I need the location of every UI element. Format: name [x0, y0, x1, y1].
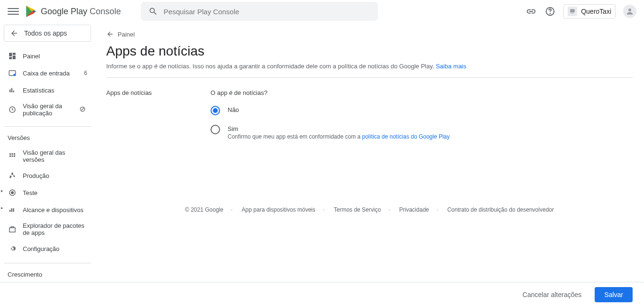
- radio-sublabel: Confirmo que meu app está em conformidad…: [228, 133, 450, 140]
- inbox-count: 6: [84, 70, 87, 76]
- sidebar-item-label: Configuração: [23, 245, 87, 252]
- form-section: Apps de notícias O app é de notícias? Nã…: [106, 89, 633, 149]
- breadcrumb[interactable]: Painel: [106, 30, 633, 38]
- logo[interactable]: Google Play Console: [25, 5, 121, 18]
- disabled-icon: [79, 105, 87, 114]
- sidebar-item-label: Visão geral das versões: [23, 149, 87, 163]
- arrow-left-icon: [106, 30, 114, 38]
- footer-item[interactable]: Privacidade: [399, 206, 438, 213]
- svg-rect-12: [9, 228, 15, 232]
- sidebar-item-production[interactable]: Produção: [4, 167, 91, 184]
- arrow-left-icon: [10, 29, 18, 37]
- radio-label: Sim: [228, 125, 450, 132]
- radio-label: Não: [228, 106, 239, 113]
- devices-icon: [8, 205, 17, 214]
- sidebar-item-label: Painel: [23, 53, 87, 60]
- save-button[interactable]: Salvar: [595, 287, 633, 302]
- dashboard-icon: [8, 51, 17, 61]
- sidebar-item-label: Alcance e dispositivos: [23, 206, 87, 214]
- radio-option-no[interactable]: Não: [211, 106, 633, 115]
- help-icon[interactable]: [544, 6, 556, 17]
- footer-item[interactable]: Contrato de distribuição do desenvolvedo…: [447, 206, 554, 213]
- sidebar-item-painel[interactable]: Painel: [4, 47, 91, 65]
- footer-item[interactable]: App para dispositivos móveis: [242, 206, 325, 213]
- sidebar-item-label: Caixa de entrada: [23, 70, 78, 77]
- all-apps-label: Todos os apps: [24, 29, 67, 37]
- radio-icon: [211, 106, 220, 115]
- stats-icon: [8, 85, 17, 95]
- logo-text: Google Play Console: [41, 7, 121, 17]
- inbox-icon: [8, 68, 17, 78]
- sidebar-item-reach[interactable]: Alcance e dispositivos: [4, 201, 91, 218]
- header-actions: QueroTaxi: [525, 4, 636, 19]
- sidebar-item-test[interactable]: Teste: [4, 184, 91, 201]
- svg-point-8: [13, 74, 16, 76]
- form-section-label: Apps de notícias: [106, 89, 211, 149]
- section-title: Versões: [4, 132, 91, 145]
- form-question: O app é de notícias?: [211, 89, 633, 96]
- sidebar-section-versoes: Versões Visão geral das versões Produção…: [4, 126, 91, 257]
- radio-icon: [211, 125, 220, 134]
- grid-icon: [8, 151, 17, 161]
- user-avatar[interactable]: [623, 5, 636, 18]
- cancel-button[interactable]: Cancelar alterações: [517, 287, 588, 302]
- app-icon: [568, 7, 577, 16]
- radio-option-yes[interactable]: Sim Confirmo que meu app está em conform…: [211, 125, 633, 140]
- search-box[interactable]: [141, 2, 378, 21]
- sidebar-item-label: Teste: [23, 189, 87, 196]
- footer-item: © 2021 Google: [185, 206, 232, 213]
- app-header: Google Play Console QueroTaxi: [0, 0, 644, 23]
- menu-icon[interactable]: [8, 6, 19, 17]
- svg-point-5: [550, 13, 551, 14]
- sidebar-item-bundle-explorer[interactable]: Explorador de pacotes de apps: [4, 218, 91, 240]
- link-icon[interactable]: [525, 6, 537, 17]
- sidebar-item-inbox[interactable]: Caixa de entrada 6: [4, 65, 91, 82]
- sidebar-item-stats[interactable]: Estatísticas: [4, 82, 91, 99]
- breadcrumb-label: Painel: [118, 31, 135, 38]
- sidebar-item-label: Visão geral da publicação: [23, 102, 73, 117]
- gear-icon: [8, 244, 17, 253]
- play-console-logo-icon: [25, 5, 38, 18]
- section-title: Crescimento: [4, 269, 91, 282]
- publishing-icon: [8, 105, 17, 114]
- sidebar-item-label: Explorador de pacotes de apps: [23, 222, 87, 236]
- sidebar-item-label: Estatísticas: [23, 87, 87, 94]
- search-input[interactable]: [164, 8, 370, 16]
- account-name: QueroTaxi: [581, 8, 611, 15]
- account-switcher[interactable]: QueroTaxi: [563, 4, 616, 19]
- test-icon: [8, 188, 17, 197]
- svg-point-11: [11, 192, 14, 194]
- sidebar-item-versions-overview[interactable]: Visão geral das versões: [4, 145, 91, 167]
- page-title: Apps de notícias: [106, 44, 633, 59]
- main-content: Painel Apps de notícias Informe se o app…: [95, 23, 644, 307]
- package-icon: [8, 224, 17, 234]
- sidebar: Todos os apps Painel Caixa de entrada 6 …: [0, 23, 95, 307]
- rocket-icon: [8, 171, 17, 180]
- sidebar-item-config[interactable]: Configuração: [4, 240, 91, 257]
- page-description: Informe se o app é de notícias. Isso nos…: [106, 63, 633, 78]
- sidebar-item-publishing[interactable]: Visão geral da publicação: [4, 99, 91, 121]
- action-bar: Cancelar alterações Salvar: [0, 282, 644, 307]
- svg-point-6: [628, 9, 631, 11]
- footer: © 2021 Google App para dispositivos móve…: [106, 206, 633, 213]
- all-apps-button[interactable]: Todos os apps: [4, 25, 91, 42]
- policy-link[interactable]: política de notícias do Google Play: [362, 133, 450, 140]
- footer-item[interactable]: Termos de Serviço: [334, 206, 390, 213]
- learn-more-link[interactable]: Saiba mais: [436, 63, 466, 70]
- sidebar-item-label: Produção: [23, 172, 87, 179]
- search-icon: [148, 7, 158, 16]
